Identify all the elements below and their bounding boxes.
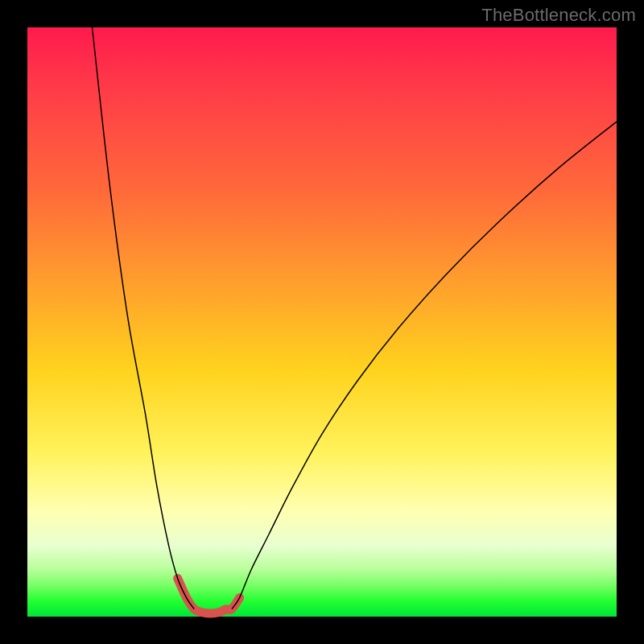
watermark-text: TheBottleneck.com [481, 5, 636, 26]
curve-left-path [93, 27, 195, 609]
curve-right-path [232, 122, 617, 609]
chart-frame: TheBottleneck.com [0, 0, 644, 644]
valley-highlight-path [178, 578, 240, 613]
curve-layer [27, 27, 617, 617]
plot-area [27, 27, 617, 617]
